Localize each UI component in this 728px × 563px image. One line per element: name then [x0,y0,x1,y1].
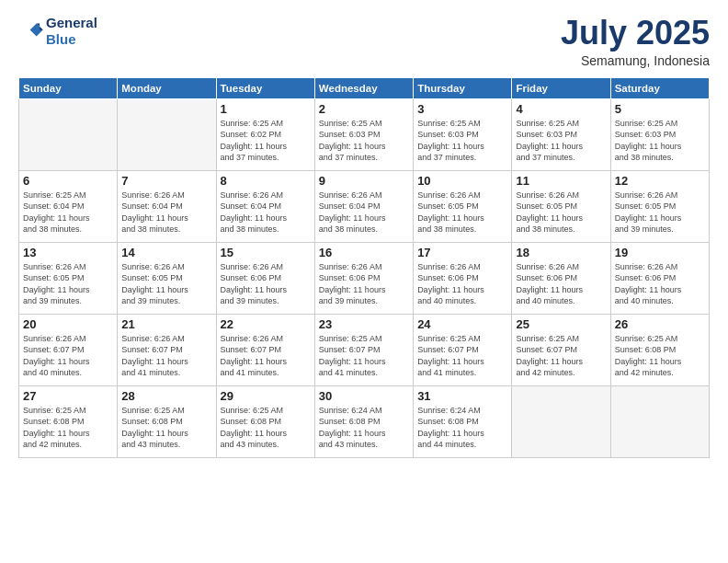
day-number: 21 [121,317,211,331]
day-number: 18 [516,246,606,259]
day-number: 4 [516,102,606,116]
day-info: Sunrise: 6:25 AM Sunset: 6:07 PM Dayligh… [417,333,507,379]
day-number: 15 [221,246,311,259]
header-row: Sunday Monday Tuesday Wednesday Thursday… [19,77,710,98]
day-cell: 8Sunrise: 6:26 AM Sunset: 6:04 PM Daylig… [216,170,314,242]
day-number: 6 [23,174,113,188]
day-info: Sunrise: 6:26 AM Sunset: 6:04 PM Dayligh… [319,190,409,236]
day-number: 13 [23,246,113,259]
day-info: Sunrise: 6:26 AM Sunset: 6:05 PM Dayligh… [417,190,507,236]
day-info: Sunrise: 6:26 AM Sunset: 6:05 PM Dayligh… [516,190,606,236]
day-number: 8 [221,174,311,188]
day-cell [512,385,610,457]
day-cell: 5Sunrise: 6:25 AM Sunset: 6:03 PM Daylig… [610,98,709,170]
day-info: Sunrise: 6:25 AM Sunset: 6:07 PM Dayligh… [319,333,409,379]
day-number: 14 [121,246,211,259]
week-row-3: 13Sunrise: 6:26 AM Sunset: 6:05 PM Dayli… [19,242,710,314]
day-cell: 12Sunrise: 6:26 AM Sunset: 6:05 PM Dayli… [610,170,709,242]
day-number: 12 [615,174,705,188]
header-friday: Friday [512,77,610,98]
day-cell: 16Sunrise: 6:26 AM Sunset: 6:06 PM Dayli… [314,242,413,314]
day-number: 25 [516,317,606,331]
day-cell: 20Sunrise: 6:26 AM Sunset: 6:07 PM Dayli… [19,314,118,385]
week-row-1: 1Sunrise: 6:25 AM Sunset: 6:02 PM Daylig… [19,98,710,170]
day-cell: 7Sunrise: 6:26 AM Sunset: 6:04 PM Daylig… [118,170,216,242]
day-info: Sunrise: 6:25 AM Sunset: 6:03 PM Dayligh… [319,118,409,164]
header-monday: Monday [118,77,216,98]
header-wednesday: Wednesday [314,77,413,98]
day-info: Sunrise: 6:26 AM Sunset: 6:06 PM Dayligh… [319,261,409,307]
day-cell: 10Sunrise: 6:26 AM Sunset: 6:05 PM Dayli… [414,170,512,242]
day-number: 17 [417,246,507,259]
day-number: 20 [23,317,113,331]
day-info: Sunrise: 6:26 AM Sunset: 6:05 PM Dayligh… [615,190,705,236]
calendar-page: General Blue July 2025 Semamung, Indones… [0,0,728,563]
day-number: 2 [319,102,409,116]
day-number: 23 [319,317,409,331]
day-cell: 18Sunrise: 6:26 AM Sunset: 6:06 PM Dayli… [512,242,610,314]
day-cell: 30Sunrise: 6:24 AM Sunset: 6:08 PM Dayli… [314,385,413,457]
day-info: Sunrise: 6:25 AM Sunset: 6:08 PM Dayligh… [615,333,705,379]
day-info: Sunrise: 6:24 AM Sunset: 6:08 PM Dayligh… [417,405,507,451]
day-info: Sunrise: 6:25 AM Sunset: 6:08 PM Dayligh… [121,405,211,451]
day-cell: 2Sunrise: 6:25 AM Sunset: 6:03 PM Daylig… [314,98,413,170]
day-cell: 1Sunrise: 6:25 AM Sunset: 6:02 PM Daylig… [216,98,314,170]
day-cell: 21Sunrise: 6:26 AM Sunset: 6:07 PM Dayli… [118,314,216,385]
day-cell [118,98,216,170]
day-info: Sunrise: 6:25 AM Sunset: 6:07 PM Dayligh… [516,333,606,379]
day-cell [19,98,118,170]
header-sunday: Sunday [19,77,118,98]
day-cell: 28Sunrise: 6:25 AM Sunset: 6:08 PM Dayli… [118,385,216,457]
day-cell: 6Sunrise: 6:25 AM Sunset: 6:04 PM Daylig… [19,170,118,242]
day-number: 3 [417,102,507,116]
day-number: 7 [121,174,211,188]
day-info: Sunrise: 6:26 AM Sunset: 6:05 PM Dayligh… [121,261,211,307]
day-info: Sunrise: 6:25 AM Sunset: 6:08 PM Dayligh… [23,405,113,451]
day-cell: 23Sunrise: 6:25 AM Sunset: 6:07 PM Dayli… [314,314,413,385]
day-number: 22 [221,317,311,331]
day-info: Sunrise: 6:25 AM Sunset: 6:03 PM Dayligh… [615,118,705,164]
day-info: Sunrise: 6:25 AM Sunset: 6:08 PM Dayligh… [221,405,311,451]
day-cell: 17Sunrise: 6:26 AM Sunset: 6:06 PM Dayli… [414,242,512,314]
day-number: 10 [417,174,507,188]
day-number: 28 [121,389,211,403]
day-cell: 14Sunrise: 6:26 AM Sunset: 6:05 PM Dayli… [118,242,216,314]
header-thursday: Thursday [414,77,512,98]
day-cell: 24Sunrise: 6:25 AM Sunset: 6:07 PM Dayli… [414,314,512,385]
day-number: 11 [516,174,606,188]
day-cell: 27Sunrise: 6:25 AM Sunset: 6:08 PM Dayli… [19,385,118,457]
day-cell: 4Sunrise: 6:25 AM Sunset: 6:03 PM Daylig… [512,98,610,170]
week-row-4: 20Sunrise: 6:26 AM Sunset: 6:07 PM Dayli… [19,314,710,385]
title-block: July 2025 Semamung, Indonesia [561,15,710,68]
day-number: 19 [615,246,705,259]
logo-icon [18,18,44,44]
week-row-5: 27Sunrise: 6:25 AM Sunset: 6:08 PM Dayli… [19,385,710,457]
day-number: 9 [319,174,409,188]
logo: General Blue [18,15,97,48]
day-number: 5 [615,102,705,116]
day-cell: 13Sunrise: 6:26 AM Sunset: 6:05 PM Dayli… [19,242,118,314]
week-row-2: 6Sunrise: 6:25 AM Sunset: 6:04 PM Daylig… [19,170,710,242]
day-info: Sunrise: 6:24 AM Sunset: 6:08 PM Dayligh… [319,405,409,451]
day-number: 24 [417,317,507,331]
day-number: 16 [319,246,409,259]
header-tuesday: Tuesday [216,77,314,98]
day-number: 31 [417,389,507,403]
day-number: 26 [615,317,705,331]
calendar-table: Sunday Monday Tuesday Wednesday Thursday… [18,77,710,458]
day-cell: 22Sunrise: 6:26 AM Sunset: 6:07 PM Dayli… [216,314,314,385]
day-info: Sunrise: 6:25 AM Sunset: 6:02 PM Dayligh… [221,118,311,164]
day-number: 27 [23,389,113,403]
day-info: Sunrise: 6:26 AM Sunset: 6:06 PM Dayligh… [417,261,507,307]
day-info: Sunrise: 6:26 AM Sunset: 6:04 PM Dayligh… [121,190,211,236]
day-cell: 9Sunrise: 6:26 AM Sunset: 6:04 PM Daylig… [314,170,413,242]
day-cell: 26Sunrise: 6:25 AM Sunset: 6:08 PM Dayli… [610,314,709,385]
day-info: Sunrise: 6:26 AM Sunset: 6:07 PM Dayligh… [221,333,311,379]
day-number: 30 [319,389,409,403]
day-number: 29 [221,389,311,403]
day-cell: 11Sunrise: 6:26 AM Sunset: 6:05 PM Dayli… [512,170,610,242]
day-cell: 3Sunrise: 6:25 AM Sunset: 6:03 PM Daylig… [414,98,512,170]
day-number: 1 [221,102,311,116]
day-info: Sunrise: 6:25 AM Sunset: 6:03 PM Dayligh… [516,118,606,164]
logo-text: General Blue [46,15,97,48]
